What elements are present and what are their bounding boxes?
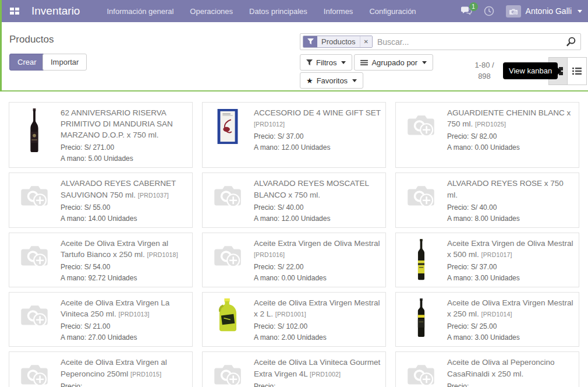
product-title: Aceite de Oliva al Peperoncino CasaRinal… (447, 358, 555, 378)
product-title: Aceite de Oliva Extra Virgen La Viniteca… (61, 298, 169, 318)
olive-oil-bottle-250-photo (401, 297, 441, 342)
apps-menu-button[interactable] (6, 0, 23, 22)
user-menu[interactable]: Antonio Galli (506, 5, 582, 17)
kanban-view: 62 ANNIVERSARIO RISERVA PRIMITIVO DI MAN… (0, 92, 588, 387)
import-button[interactable]: Importar (42, 54, 87, 71)
product-price: Precio: S/ 40.00 (254, 203, 381, 212)
activities-button[interactable] (484, 6, 494, 16)
search-icon[interactable] (565, 36, 578, 47)
product-price: Precio: (61, 382, 187, 387)
product-card[interactable]: Aceite de Oliva Extra Virgen La Viniteca… (9, 292, 193, 347)
product-on-hand: A mano: 5.00 Unidades (61, 154, 187, 163)
search-input[interactable] (373, 37, 565, 47)
chevron-down-icon (352, 79, 357, 82)
chevron-down-icon (578, 10, 582, 13)
top-menu-item[interactable]: Configuración (369, 7, 416, 16)
product-price: Precio: S/ 102.00 (254, 322, 381, 330)
product-card[interactable]: Aceite de Oliva Extra Virgen Mestral x 2… (395, 292, 579, 347)
product-card[interactable]: ACCESORIO DE 4 WINE GIFT SET [PRD1012] P… (202, 102, 386, 168)
product-price: Precio: S/ 82.00 (447, 132, 574, 140)
facet-remove-button[interactable]: ✕ (360, 36, 372, 47)
product-title: ACCESORIO DE 4 WINE GIFT SET (254, 108, 381, 117)
product-card[interactable]: Aceite de Oliva Extra Virgen Mestral x 2… (202, 292, 386, 347)
filters-button[interactable]: Filtros (300, 54, 352, 71)
product-title: Aceite Extra Virgen de Oliva Mestral (254, 239, 380, 248)
product-on-hand: A mano: 0.00 Unidades (254, 274, 381, 282)
product-on-hand: A mano: 12.00 Unidades (254, 214, 381, 223)
control-panel-divider (0, 90, 588, 92)
product-title: ALVARADO REYES ROSE x 750 ml. (447, 179, 564, 199)
product-price: Precio: S/ 37.00 (447, 263, 574, 271)
clock-icon (484, 6, 494, 16)
product-price: Precio: S/ 22.00 (254, 263, 381, 271)
product-title: 62 ANNIVERSARIO RISERVA PRIMITIVO DI MAN… (61, 108, 173, 139)
product-code: [PRD1037] (138, 192, 169, 199)
product-on-hand: A mano: 12.00 Unidades (254, 143, 381, 152)
list-view-button[interactable] (568, 57, 587, 85)
product-card[interactable]: ALVARADO REYES MOSCATEL BLANCO x 750 ml.… (202, 173, 386, 227)
top-menu-item[interactable]: Datos principales (249, 7, 307, 16)
product-card[interactable]: ALVARADO REYES ROSE x 750 ml. Precio: S/… (395, 173, 579, 227)
product-code: [PRD1015] (130, 371, 161, 378)
user-avatar (506, 5, 521, 17)
olive-oil-bottle-500-photo (401, 238, 441, 282)
camera-placeholder-icon (14, 297, 55, 342)
product-code: [PRD1025] (475, 121, 506, 128)
search-facet-productos[interactable]: Productos ✕ (303, 36, 373, 48)
camera-placeholder-icon (207, 238, 248, 282)
product-code: [PRD1017] (481, 251, 512, 258)
product-card[interactable]: ALVARADO REYES CABERNET SAUVIGNON 750 ml… (9, 173, 193, 227)
favorites-button[interactable]: ★ Favoritos (300, 72, 363, 89)
product-card[interactable]: Aceite Extra Virgen de Oliva Mestral x 5… (395, 233, 579, 287)
top-menu-item[interactable]: Informes (324, 7, 353, 16)
product-card[interactable]: Aceite De Oliva Extra Virgen al Tartufo … (9, 233, 193, 287)
messages-badge: 1 (469, 2, 478, 11)
chevron-down-icon (341, 61, 346, 64)
view-kanban-tooltip: View kanban (503, 62, 558, 79)
search-bar[interactable]: Productos ✕ (300, 33, 581, 50)
top-menu-item[interactable]: Operaciones (190, 7, 233, 16)
top-menu-item[interactable]: Información general (107, 7, 173, 16)
user-name: Antonio Galli (526, 6, 572, 16)
app-title[interactable]: Inventario (31, 5, 80, 17)
product-price: Precio: S/ 55.00 (61, 203, 187, 212)
top-navbar: Inventario Información generalOperacione… (0, 0, 588, 22)
product-on-hand: A mano: 3.00 Unidades (447, 333, 574, 342)
product-price: Precio: S/ 40.00 (447, 203, 574, 212)
search-options: Filtros Agrupado por ★ Favoritos (300, 54, 435, 89)
product-title: ALVARADO REYES MOSCATEL BLANCO x 750 ml. (254, 179, 369, 199)
product-card[interactable]: Aceite de Oliva La Viniteca Gourmet Extr… (202, 351, 386, 387)
product-on-hand: A mano: 0.00 Unidades (447, 143, 574, 152)
product-price: Precio: (447, 382, 574, 387)
star-icon: ★ (306, 76, 313, 85)
camera-placeholder-icon (207, 178, 248, 222)
camera-placeholder-icon (207, 357, 248, 387)
messages-button[interactable]: 1 (461, 6, 472, 16)
product-price: Precio: S/ 25.00 (447, 322, 574, 330)
product-code: [PRD1001] (275, 311, 306, 318)
product-on-hand: A mano: 14.00 Unidades (61, 214, 187, 223)
product-card[interactable]: Aceite de Oliva Extra Virgen al Peperonc… (9, 351, 193, 387)
product-card[interactable]: Aceite Extra Virgen de Oliva Mestral [PR… (202, 233, 386, 287)
create-button[interactable]: Crear (9, 54, 45, 71)
camera-placeholder-icon (401, 107, 441, 163)
product-code: [PRD1016] (254, 251, 285, 258)
product-code: [PRD1018] (147, 251, 178, 258)
product-on-hand: A mano: 3.00 Unidades (447, 274, 574, 282)
product-card[interactable]: Aceite de Oliva al Peperoncino CasaRinal… (395, 351, 579, 387)
filter-funnel-icon (306, 59, 313, 66)
product-price: Precio: S/ 21.00 (61, 322, 187, 330)
gift-box-photo (207, 107, 248, 163)
group-by-button[interactable]: Agrupado por (354, 54, 433, 71)
product-price: Precio: (254, 382, 381, 387)
product-price: Precio: S/ 37.00 (254, 132, 381, 140)
camera-placeholder-icon (401, 178, 441, 222)
camera-placeholder-icon (14, 357, 55, 387)
olive-oil-jug-photo (207, 297, 248, 342)
product-card[interactable]: 62 ANNIVERSARIO RISERVA PRIMITIVO DI MAN… (9, 102, 193, 168)
product-card[interactable]: AGUARDIENTE CHENIN BLANC x 750 ml. [PRD1… (395, 102, 579, 168)
left-edge-accent (0, 0, 2, 92)
product-code: [PRD1014] (481, 311, 512, 318)
product-price: Precio: S/ 271.00 (61, 143, 187, 152)
pager[interactable]: 1-80 / 898 (470, 59, 498, 82)
